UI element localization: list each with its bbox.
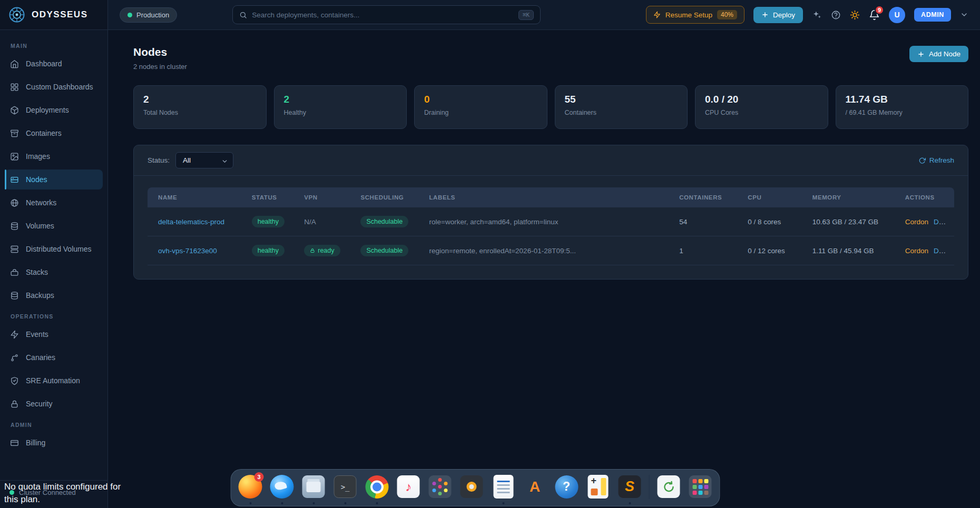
sidebar-item-volumes[interactable]: Volumes (5, 216, 103, 236)
dock-chrome-icon[interactable] (365, 474, 389, 499)
shield-check-icon (10, 376, 19, 385)
role-badge[interactable]: ADMIN (914, 8, 951, 22)
sidebar-item-networks[interactable]: Networks (5, 193, 103, 213)
status-filter-select[interactable]: All (175, 152, 233, 168)
stat-card-memory: 11.74 GB / 69.41 GB Memory (836, 85, 969, 129)
sidebar-item-nodes[interactable]: Nodes (5, 170, 103, 190)
container-icon (10, 129, 19, 138)
chevron-down-icon[interactable] (960, 11, 968, 19)
stat-label: Draining (424, 109, 537, 116)
sidebar-item-label: Images (26, 152, 50, 161)
sparkles-icon[interactable] (812, 10, 822, 20)
cordon-action[interactable]: Cordon (905, 247, 928, 255)
col-vpn: VPN (297, 187, 353, 207)
search-placeholder: Search deployments, containers... (252, 11, 359, 19)
cpu-value: 0 / 8 cores (748, 218, 781, 226)
add-node-label: Add Node (929, 50, 961, 58)
sidebar-item-label: Networks (26, 198, 56, 207)
sidebar-item-label: Stacks (26, 268, 48, 276)
resume-setup-label: Resume Setup (665, 11, 712, 19)
sidebar-item-label: Nodes (26, 175, 47, 184)
memory-value: 10.63 GB / 23.47 GB (812, 218, 878, 226)
add-node-button[interactable]: Add Node (909, 46, 968, 62)
lock-icon (310, 248, 315, 253)
sidebar-section-admin: ADMIN (0, 415, 107, 431)
sidebar-item-events[interactable]: Events (5, 324, 103, 344)
main-content: Nodes 2 nodes in cluster Add Node 2 Tota… (108, 30, 980, 508)
sidebar-item-label: Backups (26, 291, 54, 300)
stat-card-containers: 55 Containers (555, 85, 688, 129)
labels-value: region=remote, enrolledAt=2026-01-28T09:… (429, 247, 576, 255)
stat-value: 55 (565, 94, 678, 105)
sidebar-item-billing[interactable]: Billing (5, 433, 103, 453)
globe-icon (10, 198, 19, 207)
search-shortcut-kbd: ⌘K (518, 10, 534, 20)
status-badge: healthy (252, 216, 285, 227)
stat-label: Healthy (284, 109, 397, 116)
package-icon (10, 106, 19, 115)
page-title: Nodes (133, 46, 187, 58)
status-filter-value: All (183, 156, 191, 164)
cordon-action[interactable]: Cordon (905, 218, 928, 226)
sidebar-item-containers[interactable]: Containers (5, 123, 103, 143)
vpn-value: N/A (304, 218, 316, 226)
sidebar-item-backups[interactable]: Backups (5, 285, 103, 305)
brand-logo-area[interactable]: ODYSSEUS (0, 0, 108, 29)
resume-setup-button[interactable]: Resume Setup 40% (646, 6, 744, 24)
labels-value: role=worker, arch=amd64, platform=linux (429, 218, 558, 226)
credit-card-icon (10, 439, 19, 447)
sidebar-item-security[interactable]: Security (5, 394, 103, 414)
sidebar-section-main: MAIN (0, 36, 107, 52)
sidebar-item-canaries[interactable]: Canaries (5, 347, 103, 367)
dock-writer-icon[interactable] (491, 474, 516, 499)
search-input[interactable]: Search deployments, containers... ⌘K (232, 5, 541, 24)
sidebar-item-distributed-volumes[interactable]: Distributed Volumes (5, 239, 103, 259)
dock-thunderbird-icon[interactable] (270, 474, 295, 499)
chevron-down-icon (221, 158, 228, 165)
refresh-button[interactable]: Refresh (918, 156, 954, 164)
dock-terminal-icon[interactable]: >_ (333, 474, 358, 499)
node-name-link[interactable]: ovh-vps-71623e00 (158, 247, 217, 255)
details-action[interactable]: Details (934, 247, 954, 255)
dock-firefox-icon[interactable]: 3 (238, 474, 263, 499)
deploy-button[interactable]: Deploy (753, 7, 803, 23)
dock-software-updater-icon[interactable] (656, 474, 681, 499)
bell-icon[interactable]: 9 (869, 9, 880, 21)
database-icon (10, 222, 19, 231)
dock-sublime-text-icon[interactable]: S (618, 474, 642, 499)
details-action[interactable]: Details (934, 218, 954, 226)
dock-appstore-icon[interactable]: A (523, 474, 547, 499)
environment-badge[interactable]: Production (120, 7, 177, 23)
col-actions: ACTIONS (898, 187, 954, 207)
sidebar-item-images[interactable]: Images (5, 146, 103, 166)
table-header-row: NAME STATUS VPN SCHEDULING LABELS CONTAI… (148, 187, 954, 207)
sidebar-item-label: Billing (26, 439, 45, 447)
sidebar-item-sre-automation[interactable]: SRE Automation (5, 371, 103, 391)
sidebar-item-dashboard[interactable]: Dashboard (5, 54, 103, 74)
home-icon (10, 59, 19, 68)
dock-extensions-icon[interactable] (428, 474, 453, 499)
stat-value: 2 (143, 94, 257, 105)
plus-icon (761, 11, 769, 18)
sidebar-item-stacks[interactable]: Stacks (5, 262, 103, 282)
user-avatar[interactable]: U (889, 7, 905, 23)
dock-app-grid-icon[interactable] (688, 474, 713, 499)
containers-value: 54 (679, 218, 687, 226)
node-name-link[interactable]: delta-telematics-prod (158, 218, 224, 226)
sidebar-item-label: Containers (26, 129, 62, 137)
stat-value: 0 (424, 94, 537, 105)
col-cpu: CPU (740, 187, 805, 207)
dock-files-icon[interactable] (301, 474, 326, 499)
stat-value: 2 (284, 94, 397, 105)
dock-shutter-icon[interactable] (459, 474, 484, 499)
help-icon[interactable] (831, 10, 841, 20)
status-filter-label: Status: (148, 156, 170, 164)
sidebar-item-deployments[interactable]: Deployments (5, 100, 103, 120)
stat-label: Containers (565, 109, 678, 116)
sun-icon[interactable] (850, 10, 860, 20)
dock-help-icon[interactable]: ? (554, 474, 579, 499)
dock-music-icon[interactable]: ♪ (396, 474, 421, 499)
dock-package-installer-icon[interactable]: + (586, 474, 611, 499)
nodes-panel: Status: All Refresh (133, 145, 968, 280)
sidebar-item-custom-dashboards[interactable]: Custom Dashboards (5, 77, 103, 97)
